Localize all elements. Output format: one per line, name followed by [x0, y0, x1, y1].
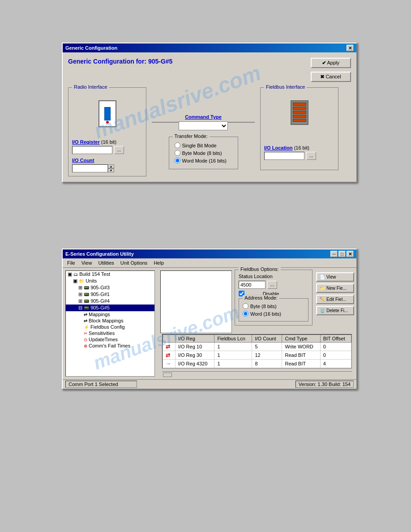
row3-io-count: 8 [252, 360, 282, 368]
word-16bit-radio[interactable] [243, 311, 248, 317]
tree-item-comms-fail[interactable]: ⊗ Comm's Fail Times [66, 343, 154, 349]
fieldbus-module-container [264, 96, 334, 132]
edit-field-button[interactable]: ✏️ Edit Fiel... [316, 295, 354, 304]
tree-item-block-mappings[interactable]: ⇄ Block Mappings [66, 317, 154, 324]
menu-view[interactable]: View [79, 259, 95, 266]
status-location-label: Status Location [239, 274, 308, 279]
row1-arrow: ⇄ [163, 343, 176, 351]
tree-item-mappings[interactable]: ⇄ Mappings [66, 311, 154, 317]
word-mode-row: Word Mode (16 bits) [175, 158, 232, 163]
new-field-button[interactable]: 📁 New Fie... [316, 283, 354, 293]
tree-item-905g3[interactable]: ⊞ 📟 905-G#3 [66, 284, 154, 291]
io-location-dots-btn[interactable]: ... [306, 152, 316, 160]
slot-1 [293, 103, 306, 106]
io-register-dots-btn[interactable]: ... [114, 146, 124, 154]
h-scrollbar[interactable] [162, 371, 352, 378]
top-right-row: Fieldbus Options: Status Location ... ..… [159, 270, 355, 334]
eseries-max-btn[interactable]: □ [338, 251, 346, 257]
header-bit-offset: BIT Offset [320, 335, 351, 343]
single-bit-label: Single Bit Mode [182, 143, 217, 148]
byte-mode-row: Byte Mode (8 bits) [175, 150, 232, 156]
menu-file[interactable]: File [64, 259, 78, 266]
generic-config-body: Generic Configuration for: 905-G#5 ✔ ✔ A… [63, 52, 356, 182]
eseries-window: E-Series Configuration Utility ─ □ ✕ Fil… [62, 249, 357, 390]
eseries-body: File View Utilities Unit Options Help ▣ … [63, 258, 356, 389]
tree-item-build[interactable]: ▣ 🗂 Build 154 Test [66, 271, 154, 278]
single-bit-radio[interactable] [175, 142, 180, 148]
sensitivities-icon: ✂ [84, 331, 87, 336]
slot-2 [293, 107, 306, 110]
menu-unit-options[interactable]: Unit Options [118, 259, 150, 266]
status-location-input[interactable] [239, 281, 265, 289]
io-count-link[interactable]: I/O Count [72, 158, 94, 163]
row3-cmd-type: Read BIT [282, 360, 320, 368]
header-fieldbus-lcn: Fieldbus Lcn [214, 335, 252, 343]
word-mode-label: Word Mode (16 bits) [182, 158, 227, 163]
menu-utilities[interactable]: Utilities [95, 259, 116, 266]
byte-mode-label: Byte Mode (8 bits) [182, 150, 222, 156]
io-register-row: ... [72, 146, 142, 154]
tree-item-905g1[interactable]: ⊞ 📟 905-G#1 [66, 291, 154, 298]
eseries-title: E-Series Configuration Utility [65, 251, 134, 257]
fieldbus-options-container: Fieldbus Options: Status Location ... ..… [235, 270, 313, 334]
cancel-button[interactable]: ✖ ✖ Cancel [311, 72, 351, 82]
comms-fail-icon: ⊗ [84, 343, 87, 348]
table-row[interactable]: → I/O Reg 4320 1 8 Read BIT 4 [163, 360, 351, 368]
io-count-section: I/O Count ▲ ▼ [72, 158, 142, 172]
table-row[interactable]: ⇄ I/O Reg 30 1 12 Read BIT 0 [163, 351, 351, 360]
row1-io-reg: I/O Reg 10 [175, 343, 214, 351]
radio-module-dot [106, 121, 109, 124]
io-register-input[interactable] [72, 146, 112, 154]
spinner-down-btn[interactable]: ▼ [108, 168, 114, 172]
io-register-suffix: (16 bit) [101, 139, 116, 145]
eseries-close-btn[interactable]: ✕ [347, 251, 354, 257]
update-times-icon: ⊙ [84, 337, 87, 342]
io-count-input[interactable] [72, 164, 108, 172]
eseries-min-btn[interactable]: ─ [330, 251, 338, 257]
menu-help[interactable]: Help [151, 259, 167, 266]
io-location-link[interactable]: I/O Location [264, 145, 293, 150]
side-buttons: 📄 View 📁 New Fie... ✏️ Edit Fiel... [314, 270, 355, 334]
delete-field-button[interactable]: 🗑️ Delete Fi... [316, 306, 354, 315]
word-mode-radio[interactable] [175, 158, 180, 163]
io-register-link[interactable]: I/O Register [72, 139, 100, 145]
view-button[interactable]: 📄 View [316, 272, 354, 282]
right-content: Fieldbus Options: Status Location ... ..… [158, 268, 356, 379]
generic-config-title: Generic Configuration [65, 45, 117, 51]
command-type-select[interactable]: Write WORD Read BIT Read WORD [179, 121, 228, 130]
tree-expand-905g3: ⊞ [78, 285, 84, 290]
data-table-wrap: I/O Reg Fieldbus Lcn I/O Count Cmd Type … [162, 334, 352, 369]
apply-button[interactable]: ✔ ✔ Apply [311, 58, 351, 68]
mappings-icon: ⇄ [84, 312, 87, 317]
word-16bit-label: Word (16 bits) [250, 311, 281, 317]
spinner-up-btn[interactable]: ▲ [108, 164, 114, 168]
panels-row: Radio Interface I/O Register (16 bit) ..… [68, 87, 351, 176]
tree-item-sensitivities[interactable]: ✂ Sensitivities [66, 330, 154, 336]
tree-item-905g5[interactable]: ⊟ 📟 905-G#5 [66, 305, 154, 311]
transfer-mode-label: Transfer Mode: [173, 133, 210, 139]
tree-item-update-times[interactable]: ⊙ UpdateTimes [66, 336, 154, 343]
byte-8bit-radio[interactable] [243, 303, 248, 309]
config-header-row: Generic Configuration for: 905-G#5 ✔ ✔ A… [68, 58, 351, 82]
eseries-window-controls: ─ □ ✕ [330, 251, 354, 257]
header-arrow [163, 335, 176, 343]
table-row[interactable]: ⇄ I/O Reg 10 1 5 Write WORD 0 [163, 343, 351, 351]
tree-item-units[interactable]: ▣ 📁 Units [66, 278, 154, 284]
tree-label-sensitivities: Sensitivities [89, 330, 115, 336]
tree-item-fieldbus-config[interactable]: ⚡ Fieldbus Config [66, 324, 154, 330]
fieldbus-options-group: Fieldbus Options: Status Location ... ..… [235, 270, 313, 326]
tree-item-905g4[interactable]: ⊞ 📟 905-G#4 [66, 298, 154, 305]
single-bit-row: Single Bit Mode [175, 142, 232, 148]
unit-icon-905g3: 📟 [84, 285, 89, 290]
io-location-section: I/O Location (16 bit) ... [264, 145, 334, 160]
byte-mode-radio[interactable] [175, 150, 180, 156]
io-location-input[interactable] [264, 152, 304, 160]
row2-cmd-type: Read BIT [282, 351, 320, 360]
delete-field-label: Delete Fi... [326, 308, 348, 313]
unit-icon-905g5: 📟 [84, 305, 89, 310]
spinner-arrows: ▲ ▼ [108, 164, 114, 172]
generic-config-close-btn[interactable]: ✕ [347, 45, 354, 51]
fieldbus-config-icon: ⚡ [84, 325, 89, 330]
row3-arrow: → [163, 360, 176, 368]
status-loc-dots-btn[interactable]: ... [267, 281, 277, 289]
